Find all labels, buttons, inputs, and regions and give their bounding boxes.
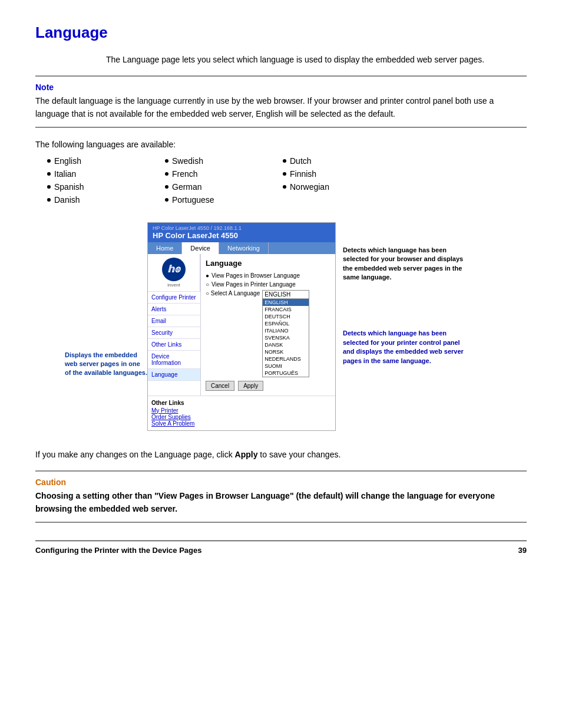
list-item: Portuguese bbox=[165, 195, 283, 205]
printer-ui-buttons: Cancel Apply bbox=[206, 381, 330, 391]
sidebar-alerts[interactable]: Alerts bbox=[148, 304, 200, 315]
radio-browser-language[interactable]: ●View Pages in Browser Language bbox=[206, 272, 330, 279]
nav-tab-home[interactable]: Home bbox=[148, 242, 182, 254]
sidebar-security[interactable]: Security bbox=[148, 327, 200, 339]
list-item: Norwegian bbox=[283, 182, 401, 192]
callout-bottom-right: Detects which language has been selected… bbox=[343, 329, 465, 365]
list-item: Dutch bbox=[283, 156, 401, 166]
language-select-row: ○ Select A Language ENGLISH ENGLISH FRAN… bbox=[206, 290, 330, 377]
callout-top-right: Detects which language has been selected… bbox=[343, 246, 465, 282]
footer-left-text: Configuring the Printer with the Device … bbox=[35, 546, 201, 555]
caution-label: Caution bbox=[35, 477, 527, 487]
dropdown-item-norsk[interactable]: NORSK bbox=[263, 348, 309, 355]
printer-url: HP Color LaserJet 4550 / 192.168.1.1 bbox=[153, 225, 330, 231]
footer-other-links-label: Other Links bbox=[151, 400, 332, 406]
page-footer: Configuring the Printer with the Device … bbox=[35, 541, 527, 555]
list-item: Italian bbox=[47, 169, 165, 179]
printer-footer: Other Links My Printer Order Supplies So… bbox=[148, 396, 335, 430]
dropdown-item-francais[interactable]: FRANCAIS bbox=[263, 306, 309, 313]
nav-tab-networking[interactable]: Networking bbox=[219, 242, 269, 254]
sidebar-device-information[interactable]: Device Information bbox=[148, 351, 200, 369]
list-item bbox=[283, 195, 401, 205]
printer-titlebar: HP Color LaserJet 4550 / 192.168.1.1 HP … bbox=[148, 223, 335, 242]
list-item: French bbox=[165, 169, 283, 179]
dropdown-list: ENGLISH FRANCAIS DEUTSCH ESPAÑOL ITALIAN… bbox=[263, 299, 309, 377]
dropdown-item-suomi[interactable]: SUOMI bbox=[263, 363, 309, 370]
nav-tab-device[interactable]: Device bbox=[182, 242, 219, 254]
list-item: Spanish bbox=[47, 182, 165, 192]
languages-intro: The following languages are available: bbox=[35, 140, 527, 149]
hp-logo-icon: 𝕙𝕠 bbox=[162, 258, 186, 281]
sidebar-language[interactable]: Language bbox=[148, 369, 200, 381]
list-item: Danish bbox=[47, 195, 165, 205]
hp-logo-area: 𝕙𝕠 invent bbox=[148, 254, 200, 292]
printer-ui-screenshot: HP Color LaserJet 4550 / 192.168.1.1 HP … bbox=[147, 222, 336, 431]
callouts-right: Detects which language has been selected… bbox=[336, 222, 465, 431]
caution-text: Choosing a setting other than "View Page… bbox=[35, 489, 527, 516]
apply-button[interactable]: Apply bbox=[238, 381, 263, 391]
page-title: Language bbox=[35, 24, 527, 42]
dropdown-item-italiano[interactable]: ITALIANO bbox=[263, 327, 309, 334]
footer-links: My Printer Order Supplies Solve A Proble… bbox=[151, 407, 332, 427]
footer-link-order-supplies[interactable]: Order Supplies bbox=[151, 414, 332, 420]
dropdown-item-deutsch[interactable]: DEUTSCH bbox=[263, 313, 309, 320]
footer-link-solve-problem[interactable]: Solve A Problem bbox=[151, 420, 332, 427]
printer-name: HP Color LaserJet 4550 bbox=[153, 231, 330, 240]
intro-text: The Language page lets you select which … bbox=[106, 54, 527, 66]
cancel-button[interactable]: Cancel bbox=[206, 381, 234, 391]
dropdown-item-english[interactable]: ENGLISH bbox=[263, 299, 309, 306]
sidebar-configure-printer[interactable]: Configure Printer bbox=[148, 292, 200, 304]
printer-nav: Home Device Networking bbox=[148, 242, 335, 254]
callout-left: Displays the embedded web server pages i… bbox=[65, 351, 147, 378]
caution-box: Caution Choosing a setting other than "V… bbox=[35, 470, 527, 523]
printer-main-heading: Language bbox=[206, 259, 330, 268]
printer-main-content: Language ●View Pages in Browser Language… bbox=[201, 254, 335, 396]
list-item: English bbox=[47, 156, 165, 166]
dropdown-item-portugues[interactable]: PORTUGUÊS bbox=[263, 370, 309, 377]
footer-page-number: 39 bbox=[518, 546, 527, 555]
note-text: The default language is the language cur… bbox=[35, 94, 527, 121]
list-item: Finnish bbox=[283, 169, 401, 179]
note-box: Note The default language is the languag… bbox=[35, 75, 527, 128]
sidebar-other-links[interactable]: Other Links bbox=[148, 339, 200, 351]
dropdown-item-dansk[interactable]: DANSK bbox=[263, 341, 309, 348]
radio-printer-language[interactable]: ○View Pages in Printer Language bbox=[206, 281, 330, 288]
note-label: Note bbox=[35, 83, 527, 92]
dropdown-item-nederlands[interactable]: NEDERLANDS bbox=[263, 355, 309, 363]
list-item: German bbox=[165, 182, 283, 192]
apply-note: If you make any changes on the Language … bbox=[35, 449, 527, 461]
language-grid: English Swedish Dutch Italian French Fin… bbox=[47, 156, 527, 205]
language-dropdown[interactable]: ENGLISH ENGLISH FRANCAIS DEUTSCH ESPAÑOL… bbox=[262, 290, 309, 377]
dropdown-item-svenska[interactable]: SVENSKA bbox=[263, 334, 309, 341]
dropdown-item-espanol[interactable]: ESPAÑOL bbox=[263, 320, 309, 327]
printer-body: 𝕙𝕠 invent Configure Printer Alerts Email… bbox=[148, 254, 335, 396]
list-item: Swedish bbox=[165, 156, 283, 166]
sidebar-email[interactable]: Email bbox=[148, 315, 200, 327]
footer-link-my-printer[interactable]: My Printer bbox=[151, 407, 332, 414]
